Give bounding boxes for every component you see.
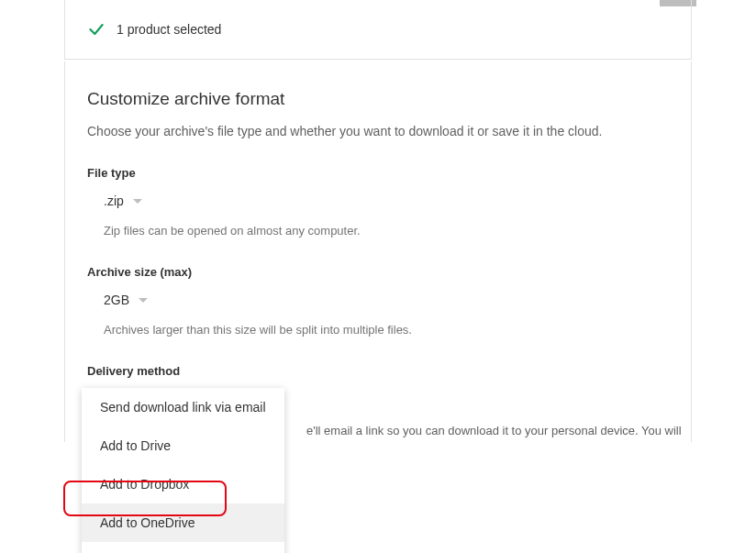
selection-text: 1 product selected — [117, 22, 221, 37]
archive-size-hint: Archives larger than this size will be s… — [104, 323, 669, 337]
delivery-option-box[interactable]: Add to Box — [82, 542, 284, 553]
delivery-option-dropbox[interactable]: Add to Dropbox — [82, 465, 284, 503]
delivery-method-menu: Send download link via email Add to Driv… — [82, 388, 284, 553]
file-type-value: .zip — [104, 194, 124, 208]
selection-summary: 1 product selected — [64, 0, 692, 60]
delivery-method-group: Delivery method — [87, 364, 669, 378]
file-type-group: File type .zip Zip files can be opened o… — [87, 166, 669, 238]
caret-down-icon — [133, 199, 142, 204]
archive-size-dropdown[interactable]: 2GB — [104, 293, 148, 307]
check-icon — [87, 20, 106, 39]
caret-down-icon — [139, 298, 148, 303]
delivery-option-drive[interactable]: Add to Drive — [82, 426, 284, 465]
file-type-dropdown[interactable]: .zip — [104, 194, 142, 208]
archive-size-label: Archive size (max) — [87, 265, 669, 279]
delivery-method-label: Delivery method — [87, 364, 669, 378]
file-type-label: File type — [87, 166, 669, 180]
section-description: Choose your archive's file type and whet… — [87, 124, 669, 138]
file-type-hint: Zip files can be opened on almost any co… — [104, 224, 669, 238]
archive-size-group: Archive size (max) 2GB Archives larger t… — [87, 265, 669, 337]
section-title: Customize archive format — [87, 89, 669, 109]
customize-section: Customize archive format Choose your arc… — [64, 61, 692, 442]
archive-size-value: 2GB — [104, 293, 129, 307]
delivery-option-email[interactable]: Send download link via email — [82, 388, 284, 426]
delivery-info-text: e'll email a link so you can download it… — [306, 424, 682, 437]
delivery-option-onedrive[interactable]: Add to OneDrive — [82, 503, 284, 542]
